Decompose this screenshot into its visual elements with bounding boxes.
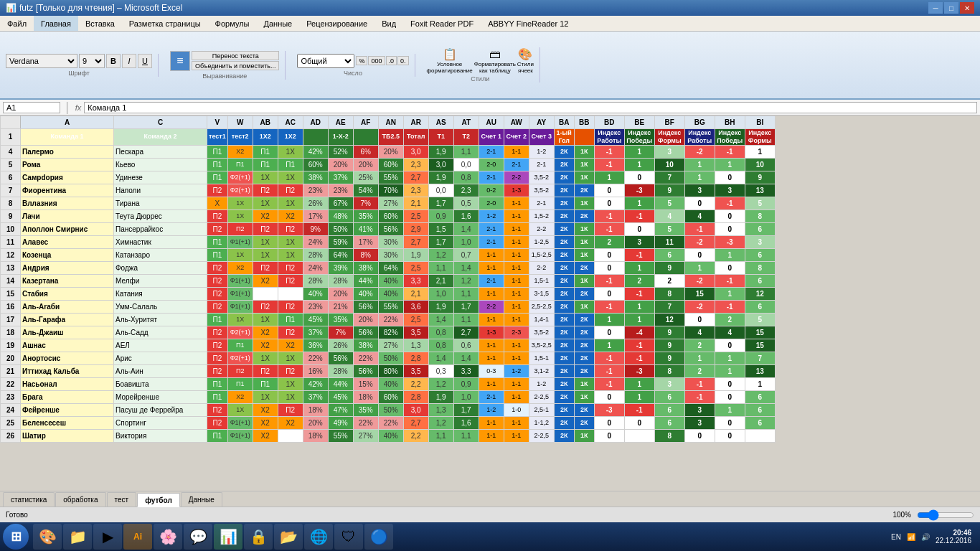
- cell-team1-row3[interactable]: Фиорентина: [21, 184, 114, 197]
- menu-item-вставка[interactable]: Вставка: [78, 16, 122, 31]
- cell-team1-row21[interactable]: Беленсесеш: [21, 416, 114, 429]
- wrap-text-btn[interactable]: Перенос текста: [192, 51, 279, 60]
- cell-team2-row6[interactable]: Пансеррайкос: [114, 222, 207, 235]
- thousands-btn[interactable]: 000: [368, 56, 385, 65]
- align-left-btn[interactable]: ≡: [170, 51, 190, 71]
- cell-team2-row1[interactable]: Кьево: [114, 158, 207, 171]
- merge-btn[interactable]: Объединить и поместить...: [192, 61, 279, 70]
- cell-team1-row16[interactable]: Анортосис: [21, 352, 114, 364]
- taskbar-app-folder[interactable]: 📂: [274, 524, 303, 550]
- percent-btn[interactable]: %: [356, 56, 367, 65]
- close-btn[interactable]: ✕: [960, 2, 974, 14]
- cell-team1-row14[interactable]: Аль-Джаиш: [21, 326, 114, 339]
- cell-team1-row8[interactable]: Козенца: [21, 248, 114, 261]
- cell-team2-row4[interactable]: Тирана: [114, 197, 207, 209]
- cell-team1-row9[interactable]: Андрия: [21, 261, 114, 274]
- start-button[interactable]: ⊞: [3, 524, 29, 550]
- cell-team1-row1[interactable]: Рома: [21, 158, 114, 171]
- sheet-tab-обработка[interactable]: обработка: [55, 492, 105, 507]
- cell-team2-row17[interactable]: Аль-Аин: [114, 364, 207, 377]
- menu-item-файл[interactable]: Файл: [0, 16, 34, 31]
- cell-team2-row8[interactable]: Катанзаро: [114, 248, 207, 261]
- taskbar-app-ai[interactable]: Ai: [123, 524, 152, 550]
- col-header-AF: AF: [353, 116, 378, 129]
- number-format-select[interactable]: Общий: [297, 54, 354, 68]
- taskbar-app-excel[interactable]: 📊: [214, 524, 242, 550]
- cell-team2-row10[interactable]: Мелфи: [114, 274, 207, 287]
- taskbar-app-chrome[interactable]: 🌐: [304, 524, 333, 550]
- cell-team2-row13[interactable]: Аль-Хуритят: [114, 313, 207, 326]
- menu-item-abbyy-finereader-12[interactable]: ABBYY FineReader 12: [481, 16, 575, 31]
- menu-item-главная[interactable]: Главная: [34, 16, 78, 31]
- bold-btn[interactable]: B: [106, 54, 121, 68]
- minimize-btn[interactable]: ─: [928, 2, 943, 14]
- cell-team1-row2[interactable]: Самpdория: [21, 171, 114, 184]
- cell-team2-row11[interactable]: Катания: [114, 287, 207, 300]
- cell-team1-row7[interactable]: Алавес: [21, 235, 114, 248]
- cell-team2-row12[interactable]: Умм-Салаль: [114, 300, 207, 313]
- cell-team1-row0[interactable]: Палермо: [21, 145, 114, 158]
- conditional-format-btn[interactable]: 📋 Условное форматирование: [427, 47, 473, 74]
- col-header-AY: AY: [529, 116, 554, 129]
- cell-team1-row6[interactable]: Аполлон Смирнис: [21, 222, 114, 235]
- zoom-slider[interactable]: [917, 509, 974, 521]
- cell-team1-row13[interactable]: Аль-Гарафа: [21, 313, 114, 326]
- cell-team2-row9[interactable]: Фоджа: [114, 261, 207, 274]
- cell-team2-row19[interactable]: Морейренше: [114, 390, 207, 403]
- font-family-select[interactable]: Verdana: [6, 54, 77, 68]
- cell-team2-row0[interactable]: Пескара: [114, 145, 207, 158]
- name-box[interactable]: A1: [3, 102, 60, 113]
- decrease-decimal-btn[interactable]: 0.: [397, 56, 409, 65]
- cell-team2-row20[interactable]: Пасуш де Феррейра: [114, 403, 207, 416]
- window-controls: ─ □ ✕: [928, 2, 974, 14]
- menu-item-foxit-reader-pdf[interactable]: Foxit Reader PDF: [403, 16, 481, 31]
- font-size-select[interactable]: 9: [79, 54, 105, 68]
- sheet-tab-футбол[interactable]: футбол: [137, 493, 180, 507]
- menu-item-формулы[interactable]: Формулы: [208, 16, 257, 31]
- underline-btn[interactable]: U: [138, 54, 152, 68]
- sheet-tab-статистика[interactable]: статистика: [3, 492, 55, 507]
- maximize-btn[interactable]: □: [944, 2, 958, 14]
- cell-team2-row14[interactable]: Аль-Садд: [114, 326, 207, 339]
- cell-team2-row3[interactable]: Наполи: [114, 184, 207, 197]
- cell-team2-row5[interactable]: Теута Дюррес: [114, 209, 207, 222]
- increase-decimal-btn[interactable]: .0: [386, 56, 397, 65]
- taskbar-app-skype[interactable]: 💬: [184, 524, 212, 550]
- taskbar-app-shield[interactable]: 🛡: [334, 524, 363, 550]
- cell-team1-row11[interactable]: Стабия: [21, 287, 114, 300]
- menu-item-данные[interactable]: Данные: [256, 16, 299, 31]
- cell-team2-row16[interactable]: Арис: [114, 352, 207, 364]
- cell-team1-row22[interactable]: Шатир: [21, 429, 114, 442]
- formula-input[interactable]: [84, 102, 977, 113]
- cell-team1-row12[interactable]: Аль-Araби: [21, 300, 114, 313]
- menu-item-рецензирование[interactable]: Рецензирование: [299, 16, 374, 31]
- cell-team2-row22[interactable]: Виктория: [114, 429, 207, 442]
- cell-team2-row15[interactable]: АЕЛ: [114, 339, 207, 352]
- sheet-tab-Данные[interactable]: Данные: [181, 492, 222, 507]
- cell-team2-row7[interactable]: Химнастик: [114, 235, 207, 248]
- cell-team1-row15[interactable]: Ашнас: [21, 339, 114, 352]
- menu-item-вид[interactable]: Вид: [374, 16, 403, 31]
- cell-team2-row21[interactable]: Спортинг: [114, 416, 207, 429]
- cell-team1-row18[interactable]: Насьонал: [21, 377, 114, 390]
- taskbar-app-explorer[interactable]: 📁: [63, 524, 92, 550]
- spreadsheet-container[interactable]: ACVWABACADAEAFANARASATAUAWAYBABBBDBEBFBG…: [0, 116, 980, 491]
- cell-team1-row10[interactable]: Казертана: [21, 274, 114, 287]
- taskbar-app-lock[interactable]: 🔒: [244, 524, 273, 550]
- cell-team1-row17[interactable]: Иттихад Кальба: [21, 364, 114, 377]
- cell-team1-row5[interactable]: Лачи: [21, 209, 114, 222]
- cell-team1-row20[interactable]: Фейренше: [21, 403, 114, 416]
- cell-team2-row2[interactable]: Удинезе: [114, 171, 207, 184]
- taskbar-app-media[interactable]: ▶: [93, 524, 122, 550]
- format-table-btn[interactable]: 🗃 Форматировать как таблицу: [474, 48, 516, 74]
- taskbar-app-blue[interactable]: 🔵: [364, 524, 393, 550]
- taskbar-app-app5[interactable]: 🌸: [154, 524, 182, 550]
- menu-item-разметка-страницы[interactable]: Разметка страницы: [122, 16, 208, 31]
- cell-team2-row18[interactable]: Боавишта: [114, 377, 207, 390]
- cell-team1-row4[interactable]: Вллазния: [21, 197, 114, 209]
- sheet-tab-тест[interactable]: тест: [107, 492, 137, 507]
- styles-btn[interactable]: 🎨 Стили ячеек: [517, 47, 534, 74]
- italic-btn[interactable]: I: [122, 54, 136, 68]
- cell-team1-row19[interactable]: Брага: [21, 390, 114, 403]
- taskbar-app-photoshop[interactable]: 🎨: [33, 524, 62, 550]
